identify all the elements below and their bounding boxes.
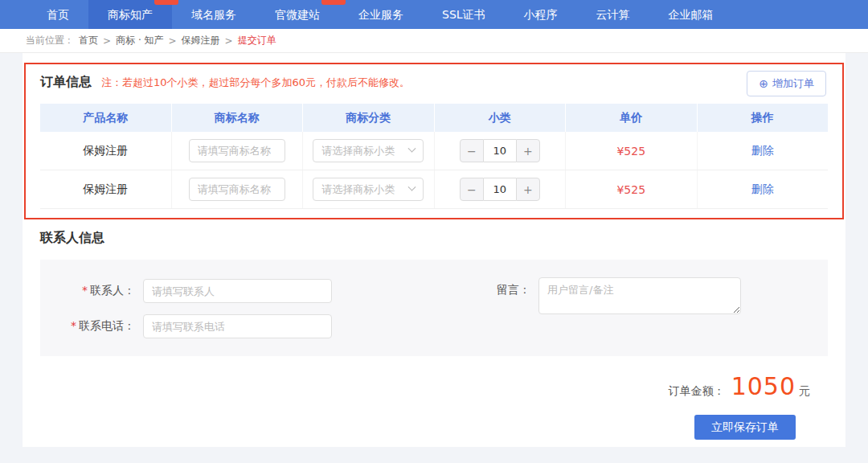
save-row: 立即保存订单	[40, 415, 828, 440]
breadcrumb-link[interactable]: 首页	[79, 34, 98, 47]
trademark-name-input[interactable]	[189, 178, 285, 201]
required-mark: *	[71, 319, 76, 332]
stepper-value[interactable]: 10	[484, 178, 516, 201]
nav-item-1[interactable]: 首页	[27, 0, 88, 29]
product-name: 保姆注册	[83, 182, 128, 197]
stepper-plus-button[interactable]: +	[516, 178, 540, 201]
nav-item-label: 小程序	[524, 8, 558, 21]
contact-phone-input[interactable]	[143, 314, 332, 338]
stepper-plus-button[interactable]: +	[516, 139, 540, 162]
quantity-stepper: − 10 +	[460, 178, 540, 201]
nav-item-label: SSL证书	[442, 8, 485, 21]
contact-name-label: *联系人：	[40, 284, 143, 298]
contact-phone-row: *联系电话：	[40, 314, 828, 338]
message-label: 留言：	[497, 277, 538, 314]
column-header: 小类	[435, 104, 567, 132]
contact-panel: *联系人： *联系电话： 留言：	[40, 260, 828, 356]
column-header: 单价	[566, 104, 698, 132]
column-header: 商标分类	[303, 104, 435, 132]
add-order-button[interactable]: ⊕ 增加订单	[747, 71, 826, 96]
nav-item-label: 企业邮箱	[669, 8, 714, 21]
content-card: 订单信息 注：若超过10个小类，超过部分每个多加60元，付款后不能修改。 ⊕ 增…	[23, 53, 845, 447]
order-note: 注：若超过10个小类，超过部分每个多加60元，付款后不能修改。	[101, 76, 410, 90]
breadcrumb-separator: >	[169, 35, 177, 47]
contact-section-title: 联系人信息	[40, 230, 828, 247]
message-group: 留言：	[497, 277, 741, 314]
order-summary: 订单金额： 1050 元	[40, 372, 828, 400]
stepper-value[interactable]: 10	[484, 139, 516, 162]
nav-item-label: 云计算	[596, 8, 630, 21]
nav-item-6[interactable]: SSL证书	[423, 0, 505, 29]
breadcrumb-link[interactable]: 保姆注册	[182, 34, 220, 47]
stepper-minus-button[interactable]: −	[460, 178, 484, 201]
trademark-category-placeholder: 请选择商标小类	[321, 182, 395, 197]
nav-item-5[interactable]: 企业服务	[339, 0, 423, 29]
contact-name-input[interactable]	[143, 279, 332, 303]
save-order-button[interactable]: 立即保存订单	[694, 415, 796, 440]
delete-link[interactable]: 删除	[751, 182, 774, 197]
required-mark: *	[82, 284, 88, 297]
unit-price: ¥525	[616, 145, 645, 158]
total-label: 订单金额：	[669, 384, 725, 399]
order-table-row: 保姆注册 请选择商标小类 − 10 + ¥525 删除	[40, 170, 828, 209]
delete-link[interactable]: 删除	[751, 144, 774, 158]
quantity-stepper: − 10 +	[460, 139, 540, 162]
breadcrumb-separator: >	[225, 35, 233, 47]
nav-item-label: 商标知产	[108, 8, 153, 21]
breadcrumb-prefix: 当前位置：	[26, 34, 74, 47]
chevron-down-icon	[408, 183, 416, 191]
unit-price: ¥525	[616, 183, 645, 196]
nav-item-3[interactable]: 域名服务	[172, 0, 256, 29]
nav-item-4[interactable]: 官微建站	[256, 0, 339, 29]
column-header: 操作	[698, 104, 829, 132]
breadcrumb-link[interactable]: 商标 · 知产	[116, 34, 163, 47]
nav-item-7[interactable]: 小程序	[505, 0, 577, 29]
nav-item-8[interactable]: 云计算	[577, 0, 649, 29]
plus-circle-icon: ⊕	[759, 78, 768, 89]
trademark-category-select[interactable]: 请选择商标小类	[313, 178, 424, 201]
contact-phone-label: *联系电话：	[40, 319, 143, 334]
order-section-header: 订单信息 注：若超过10个小类，超过部分每个多加60元，付款后不能修改。 ⊕ 增…	[40, 53, 828, 91]
trademark-name-input[interactable]	[189, 139, 285, 162]
breadcrumb: 当前位置： 首页 > 商标 · 知产 > 保姆注册 > 提交订单	[0, 29, 868, 53]
order-table: 产品名称商标名称商标分类小类单价操作 保姆注册 请选择商标小类 − 10 + ¥…	[40, 104, 828, 209]
product-name: 保姆注册	[83, 144, 128, 158]
total-value: 1050	[731, 372, 796, 400]
stepper-minus-button[interactable]: −	[460, 139, 484, 162]
column-header: 产品名称	[40, 104, 172, 132]
nav-item-label: 域名服务	[191, 8, 236, 21]
main-area: 订单信息 注：若超过10个小类，超过部分每个多加60元，付款后不能修改。 ⊕ 增…	[0, 53, 868, 463]
nav-item-label: 官微建站	[275, 8, 320, 21]
order-table-header: 产品名称商标名称商标分类小类单价操作	[40, 104, 828, 132]
chevron-down-icon	[408, 145, 416, 153]
nav-item-label: 企业服务	[358, 8, 403, 21]
nav-item-9[interactable]: 企业邮箱	[649, 0, 733, 29]
add-order-button-label: 增加订单	[772, 76, 814, 91]
trademark-category-select[interactable]: 请选择商标小类	[313, 139, 424, 162]
order-table-row: 保姆注册 请选择商标小类 − 10 + ¥525 删除	[40, 132, 828, 170]
nav-item-label: 首页	[47, 8, 69, 21]
order-section-title: 订单信息	[40, 74, 92, 91]
total-unit: 元	[799, 384, 810, 399]
trademark-category-placeholder: 请选择商标小类	[321, 144, 395, 158]
column-header: 商标名称	[172, 104, 304, 132]
message-textarea[interactable]	[538, 277, 741, 314]
top-nav: 首页 商标知产 域名服务 官微建站 企业服务 SSL证书 小程序 云计算 企业邮…	[0, 0, 868, 29]
breadcrumb-separator: >	[103, 35, 111, 47]
nav-item-2[interactable]: 商标知产	[88, 0, 172, 29]
breadcrumb-current: 提交订单	[238, 34, 276, 47]
